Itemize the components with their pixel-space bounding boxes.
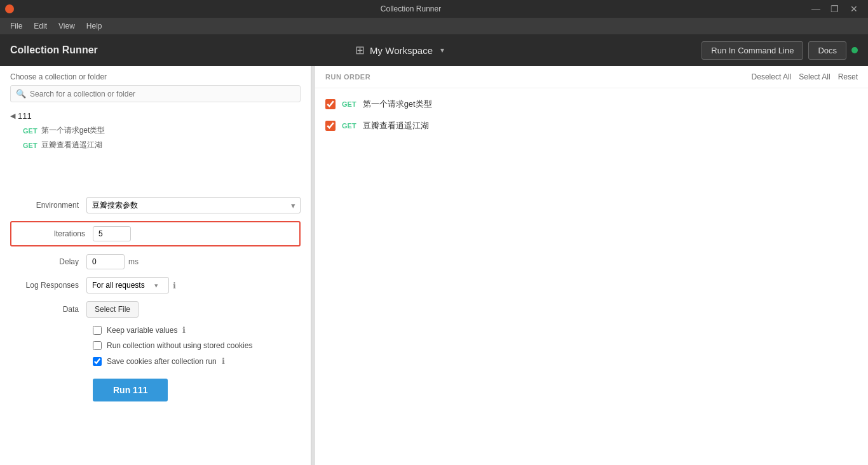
log-info-icon[interactable]: ℹ bbox=[173, 281, 176, 290]
app-icon bbox=[5, 4, 14, 13]
select-file-button[interactable]: Select File bbox=[86, 301, 139, 318]
delay-unit: ms bbox=[128, 257, 139, 266]
menubar: File Edit View Help bbox=[0, 18, 868, 34]
close-button[interactable]: ✕ bbox=[845, 3, 863, 15]
request-item-2[interactable]: GET 豆瓣查看逍遥江湖 bbox=[10, 138, 301, 152]
iterations-row: Iterations bbox=[10, 221, 301, 246]
run-order-header: RUN ORDER Deselect All Select All Reset bbox=[315, 66, 868, 88]
menu-edit[interactable]: Edit bbox=[29, 20, 52, 32]
minimize-button[interactable]: — bbox=[808, 3, 824, 15]
header-right: Run In Command Line Docs bbox=[702, 41, 858, 60]
menu-view[interactable]: View bbox=[53, 20, 80, 32]
run-list: GET 第一个请求get类型 GET 豆瓣查看逍遥江湖 bbox=[315, 88, 868, 142]
run-item-2-name: 豆瓣查看逍遥江湖 bbox=[363, 120, 429, 131]
keep-variable-label: Keep variable values bbox=[107, 326, 177, 335]
run-btn-row: Run 111 bbox=[10, 372, 301, 412]
keep-variable-checkbox[interactable] bbox=[93, 326, 102, 335]
select-all-button[interactable]: Select All bbox=[799, 72, 830, 81]
no-cookies-label: Run collection without using stored cook… bbox=[107, 341, 252, 350]
request-name-1: 第一个请求get类型 bbox=[41, 125, 105, 136]
workspace-label: My Workspace bbox=[370, 45, 433, 56]
environment-control: 豆瓣搜索参数 bbox=[86, 197, 301, 213]
delay-input[interactable] bbox=[86, 254, 125, 269]
log-responses-label: Log Responses bbox=[10, 281, 86, 290]
docs-button[interactable]: Docs bbox=[808, 41, 846, 60]
workspace-chevron-icon: ▾ bbox=[440, 46, 444, 55]
titlebar: Collection Runner — ❐ ✕ bbox=[0, 0, 868, 18]
save-cookies-row: Save cookies after collection run ℹ bbox=[10, 356, 301, 366]
header: Collection Runner ⊞ My Workspace ▾ Run I… bbox=[0, 34, 868, 66]
log-responses-row: Log Responses For all requests For faile… bbox=[10, 277, 301, 293]
restore-button[interactable]: ❐ bbox=[827, 3, 843, 15]
reset-button[interactable]: Reset bbox=[838, 72, 858, 81]
choose-label: Choose a collection or folder bbox=[0, 66, 311, 85]
collection-name: 111 bbox=[18, 111, 32, 121]
log-select-wrapper: For all requests For failed requests Non… bbox=[86, 277, 176, 293]
search-icon: 🔍 bbox=[16, 89, 26, 98]
environment-label: Environment bbox=[10, 201, 86, 210]
data-row: Data Select File bbox=[10, 301, 301, 318]
workspace-selector[interactable]: ⊞ My Workspace ▾ bbox=[355, 43, 444, 57]
run-item-1-method: GET bbox=[342, 100, 356, 108]
main-container: Choose a collection or folder 🔍 ◀ 111 GE… bbox=[0, 66, 868, 465]
run-item-2: GET 豆瓣查看逍遥江湖 bbox=[315, 115, 868, 137]
method-badge-1: GET bbox=[23, 127, 37, 135]
tree-chevron-icon: ◀ bbox=[10, 112, 15, 120]
delay-row: Delay ms bbox=[10, 254, 301, 269]
right-panel: RUN ORDER Deselect All Select All Reset … bbox=[315, 66, 868, 465]
keep-variable-info-icon[interactable]: ℹ bbox=[182, 325, 186, 335]
titlebar-left bbox=[5, 4, 14, 13]
run-item-1-checkbox[interactable] bbox=[325, 99, 336, 109]
run-order-actions: Deselect All Select All Reset bbox=[752, 72, 858, 81]
run-in-command-line-button[interactable]: Run In Command Line bbox=[702, 41, 803, 60]
left-panel: Choose a collection or folder 🔍 ◀ 111 GE… bbox=[0, 66, 311, 465]
collection-tree: ◀ 111 GET 第一个请求get类型 GET 豆瓣查看逍遥江湖 bbox=[0, 109, 311, 152]
search-input[interactable] bbox=[30, 90, 295, 98]
run-item-1: GET 第一个请求get类型 bbox=[315, 93, 868, 115]
save-cookies-label: Save cookies after collection run bbox=[107, 357, 217, 366]
save-cookies-checkbox[interactable] bbox=[93, 357, 102, 366]
search-box: 🔍 bbox=[10, 85, 301, 102]
collection-item[interactable]: ◀ 111 bbox=[10, 109, 301, 123]
run-order-title: RUN ORDER bbox=[325, 73, 370, 81]
settings-section: Environment 豆瓣搜索参数 Iterations Delay ms bbox=[0, 191, 311, 418]
run-button[interactable]: Run 111 bbox=[93, 379, 168, 401]
deselect-all-button[interactable]: Deselect All bbox=[752, 72, 792, 81]
run-item-2-checkbox[interactable] bbox=[325, 121, 336, 131]
workspace-icon: ⊞ bbox=[355, 43, 365, 57]
run-item-1-name: 第一个请求get类型 bbox=[363, 98, 432, 110]
titlebar-controls: — ❐ ✕ bbox=[808, 3, 863, 15]
save-cookies-info-icon[interactable]: ℹ bbox=[222, 356, 225, 366]
keep-variable-row: Keep variable values ℹ bbox=[10, 325, 301, 335]
delay-label: Delay bbox=[10, 257, 86, 266]
no-cookies-row: Run collection without using stored cook… bbox=[10, 341, 301, 350]
run-item-2-method: GET bbox=[342, 122, 356, 130]
online-status-indicator bbox=[851, 47, 858, 53]
menu-file[interactable]: File bbox=[5, 20, 27, 32]
environment-row: Environment 豆瓣搜索参数 bbox=[10, 197, 301, 213]
method-badge-2: GET bbox=[23, 142, 37, 149]
menu-help[interactable]: Help bbox=[81, 20, 107, 32]
request-name-2: 豆瓣查看逍遥江湖 bbox=[41, 140, 102, 151]
no-cookies-checkbox[interactable] bbox=[93, 341, 102, 350]
log-responses-select[interactable]: For all requests For failed requests Non… bbox=[86, 277, 169, 293]
request-item-1[interactable]: GET 第一个请求get类型 bbox=[10, 123, 301, 138]
app-title: Collection Runner bbox=[10, 44, 98, 56]
iterations-label: Iterations bbox=[17, 229, 93, 238]
iterations-input[interactable] bbox=[93, 226, 131, 241]
titlebar-title: Collection Runner bbox=[14, 4, 808, 13]
environment-select[interactable]: 豆瓣搜索参数 bbox=[86, 197, 301, 213]
data-label: Data bbox=[10, 305, 86, 314]
